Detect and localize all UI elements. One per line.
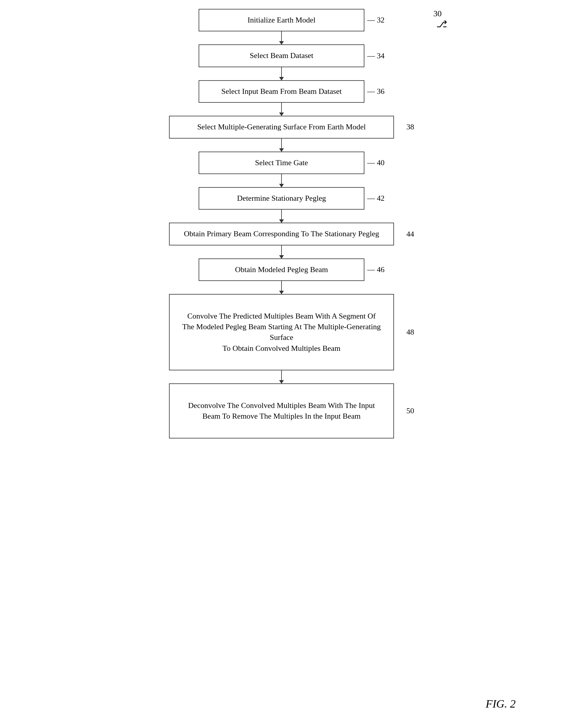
step-46-label: — 46 (367, 264, 385, 275)
arrow-9 (281, 370, 282, 383)
step-44: Obtain Primary Beam Corresponding To The… (169, 223, 394, 245)
step-34-label: — 34 (367, 50, 385, 61)
arrow-3 (281, 103, 282, 116)
step-42-label: — 42 (367, 193, 385, 204)
step-46: Obtain Modeled Pegleg Beam — 46 (199, 258, 364, 281)
figure-label: FIG. 2 (486, 697, 516, 710)
arrow-5 (281, 174, 282, 187)
step-34: Select Beam Dataset — 34 (199, 44, 364, 67)
arrow-6 (281, 210, 282, 223)
step-36-label: — 36 (367, 86, 385, 97)
flow-diagram: 30 ⎇ Initialize Earth Model — 32 Select … (148, 9, 415, 438)
arrow-8 (281, 281, 282, 294)
step-50-label: 50 (406, 406, 414, 416)
step-48-label: 48 (406, 327, 414, 338)
arrow-1 (281, 31, 282, 44)
step-32-label: — 32 (367, 15, 385, 25)
arrow-4 (281, 139, 282, 152)
step-36: Select Input Beam From Beam Dataset — 36 (199, 80, 364, 103)
step-42: Determine Stationary Pegleg — 42 (199, 187, 364, 210)
step-38: Select Multiple-Generating Surface From … (169, 116, 394, 138)
step-44-label: 44 (406, 229, 414, 239)
step-40-label: — 40 (367, 158, 385, 168)
arrow-7 (281, 245, 282, 258)
step-48: Convolve The Predicted Multiples Beam Wi… (169, 294, 394, 370)
step-38-label: 38 (406, 122, 414, 132)
diagram-ref: 30 ⎇ (433, 9, 447, 30)
step-32: Initialize Earth Model — 32 (199, 9, 364, 31)
step-40: Select Time Gate — 40 (199, 152, 364, 174)
arrow-2 (281, 67, 282, 80)
step-50: Deconvolve The Convolved Multiples Beam … (169, 383, 394, 438)
